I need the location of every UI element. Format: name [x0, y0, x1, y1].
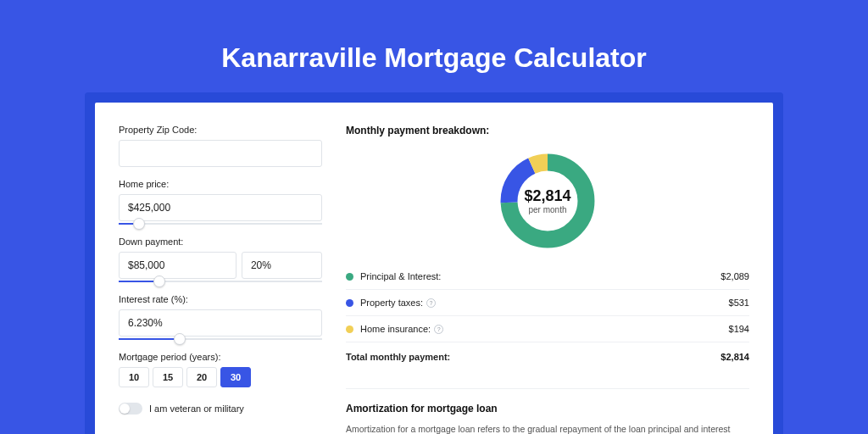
period-options: 10152030 [119, 367, 322, 387]
legend-value: $2,089 [721, 271, 749, 281]
interest-rate-label: Interest rate (%): [119, 294, 322, 304]
legend-row: Property taxes:?$531 [346, 290, 749, 316]
page-title: Kanarraville Mortgage Calculator [0, 42, 868, 74]
amortization-section: Amortization for mortgage loan Amortizat… [346, 388, 749, 434]
hero: Kanarraville Mortgage Calculator [0, 0, 868, 92]
period-label: Mortgage period (years): [119, 352, 322, 362]
info-icon[interactable]: ? [426, 298, 436, 308]
breakdown-title: Monthly payment breakdown: [346, 125, 749, 136]
field-veteran: I am veteran or military [119, 403, 322, 415]
period-button-20[interactable]: 20 [186, 367, 217, 387]
down-payment-label: Down payment: [119, 236, 322, 247]
legend-row: Principal & Interest:$2,089 [346, 264, 749, 290]
field-period: Mortgage period (years): 10152030 [119, 352, 322, 387]
interest-rate-slider[interactable] [119, 338, 322, 340]
field-interest-rate: Interest rate (%): [119, 294, 322, 340]
slider-thumb[interactable] [174, 333, 186, 345]
veteran-label: I am veteran or military [149, 403, 244, 414]
donut-sub: per month [528, 205, 566, 214]
legend-total-row: Total monthly payment:$2,814 [346, 342, 749, 370]
interest-rate-input[interactable] [119, 309, 322, 337]
calculator-card: Property Zip Code: Home price: Down paym… [95, 103, 773, 434]
donut-center: $2,814 per month [497, 150, 598, 252]
home-price-slider[interactable] [119, 223, 322, 225]
home-price-input[interactable] [119, 194, 322, 221]
down-payment-slider[interactable] [119, 281, 322, 282]
amortization-title: Amortization for mortgage loan [346, 403, 749, 415]
legend-value: $194 [729, 324, 749, 334]
legend-dot [346, 299, 353, 307]
field-zip: Property Zip Code: [119, 125, 322, 167]
legend-dot [346, 273, 353, 281]
donut-chart-wrap: $2,814 per month [346, 142, 749, 264]
home-price-label: Home price: [119, 179, 322, 189]
legend-row: Home insurance:?$194 [346, 316, 749, 342]
field-down-payment: Down payment: [119, 236, 322, 282]
period-button-30[interactable]: 30 [220, 367, 251, 387]
zip-label: Property Zip Code: [119, 125, 322, 135]
legend-total-label: Total monthly payment: [346, 352, 450, 362]
period-button-10[interactable]: 10 [119, 367, 149, 387]
legend-dot [346, 326, 353, 333]
legend-label: Principal & Interest: [360, 271, 441, 281]
breakdown-panel: Monthly payment breakdown: $2,814 per mo… [346, 125, 749, 434]
legend-label: Property taxes: [360, 298, 423, 308]
card-outer: Property Zip Code: Home price: Down paym… [85, 92, 783, 434]
legend-label: Home insurance: [360, 324, 431, 334]
veteran-toggle[interactable] [119, 403, 142, 415]
amortization-text: Amortization for a mortgage loan refers … [346, 423, 749, 434]
slider-thumb[interactable] [133, 218, 145, 230]
legend: Principal & Interest:$2,089Property taxe… [346, 264, 749, 370]
donut-chart: $2,814 per month [497, 150, 598, 252]
field-home-price: Home price: [119, 179, 322, 225]
down-payment-percent-input[interactable] [242, 252, 322, 279]
form-panel: Property Zip Code: Home price: Down paym… [119, 125, 322, 434]
period-button-15[interactable]: 15 [153, 367, 183, 387]
info-icon[interactable]: ? [434, 325, 443, 334]
legend-total-value: $2,814 [721, 352, 749, 362]
donut-amount: $2,814 [524, 187, 570, 205]
zip-input[interactable] [119, 140, 322, 167]
legend-value: $531 [729, 298, 749, 308]
down-payment-amount-input[interactable] [119, 252, 236, 279]
slider-thumb[interactable] [153, 275, 165, 287]
